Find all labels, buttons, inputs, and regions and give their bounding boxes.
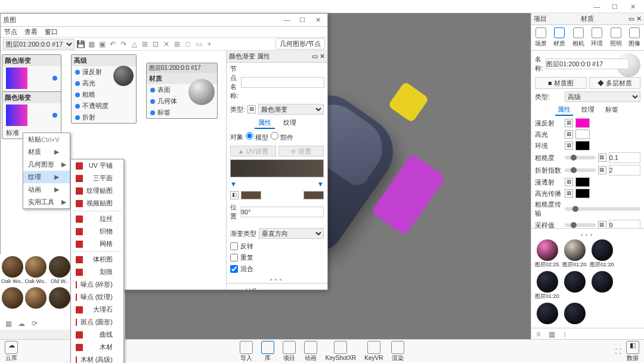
bottom-tab[interactable]: 渲染: [391, 341, 404, 362]
panel-tab[interactable]: 照明: [606, 27, 626, 48]
tool-icon[interactable]: +: [205, 39, 214, 49]
link-icon[interactable]: ▦: [247, 105, 256, 113]
undo-icon[interactable]: ↶: [108, 39, 117, 49]
library-item[interactable]: Oak Wo..: [1, 256, 24, 287]
tool-icon[interactable]: ⊡: [151, 39, 160, 49]
tab-props[interactable]: 属性: [255, 118, 275, 129]
material-sphere[interactable]: 图层02:25..: [535, 239, 560, 269]
close-button[interactable]: ✕: [624, 1, 642, 13]
multilayer-button[interactable]: ◆ 多层材质: [589, 77, 641, 89]
submenu-item[interactable]: 织物: [71, 225, 123, 238]
submenu-item[interactable]: 曲线: [71, 328, 123, 341]
value-input[interactable]: [609, 152, 641, 163]
tool-icon[interactable]: ⊞: [140, 39, 150, 49]
type-select[interactable]: 颜色渐变: [258, 104, 324, 115]
submenu-item[interactable]: 三平面: [71, 172, 123, 184]
minimize-icon[interactable]: —: [280, 16, 294, 24]
menu-item[interactable]: 动画▶: [23, 183, 70, 196]
menu-view[interactable]: 查看: [24, 27, 38, 36]
tool-icon[interactable]: □: [183, 39, 193, 49]
tool-icon[interactable]: ⊞: [172, 39, 182, 49]
subtab-label[interactable]: 标签: [603, 104, 621, 116]
submenu-item[interactable]: 斑点 (圆形): [71, 316, 123, 328]
material-sphere[interactable]: [562, 303, 587, 324]
bottom-tab[interactable]: 库: [261, 341, 274, 362]
maximize-button[interactable]: ☐: [606, 1, 624, 13]
nodename-input[interactable]: [241, 77, 324, 88]
chk-repeat[interactable]: 重复: [227, 252, 327, 263]
library-item[interactable]: [25, 287, 48, 318]
color-swatch[interactable]: [575, 130, 590, 139]
submenu-item[interactable]: 拉丝: [71, 213, 123, 225]
geom-node-button[interactable]: 几何图形/节点: [275, 38, 325, 50]
undock-icon[interactable]: ▭: [628, 15, 634, 22]
gradient-preview[interactable]: [230, 159, 324, 177]
tool-icon[interactable]: △: [129, 39, 139, 49]
material-graph-button[interactable]: ■ 材质图: [535, 77, 587, 89]
bottom-tab[interactable]: KeyShotXR: [326, 341, 357, 362]
close-icon[interactable]: ✕: [311, 16, 325, 24]
close-icon[interactable]: ✕: [636, 15, 642, 22]
uv-settings-button[interactable]: ▲ UV设置: [230, 146, 276, 156]
node-material[interactable]: 图层01:200:0:0 #17 材质 表面 几何体 标签: [146, 63, 218, 119]
cloud-library-button[interactable]: ☁云库: [5, 341, 18, 362]
tool-icon[interactable]: ▭: [194, 39, 203, 49]
menu-item[interactable]: 几何图形▶: [23, 158, 70, 171]
name-input[interactable]: [546, 59, 629, 69]
tab-texture[interactable]: 纹理: [280, 118, 300, 129]
slider[interactable]: [565, 156, 596, 159]
menu-item[interactable]: 粘贴Ctrl+V: [23, 133, 70, 146]
material-sphere[interactable]: [535, 303, 560, 324]
library-item[interactable]: Oak Wo..: [25, 256, 48, 287]
grid-icon[interactable]: ▦: [547, 330, 556, 339]
menu-item[interactable]: 实用工具▶: [23, 196, 70, 208]
submenu-item[interactable]: 木材 (高级): [71, 353, 123, 363]
maximize-icon[interactable]: ☐: [295, 16, 309, 24]
subtab-texture[interactable]: 纹理: [579, 104, 597, 116]
redo-icon[interactable]: ↷: [119, 39, 128, 49]
bottom-tab[interactable]: KeyVR: [364, 341, 383, 362]
value-input[interactable]: [609, 220, 641, 228]
material-sphere[interactable]: 图层01:20..: [590, 239, 615, 269]
gradtype-select[interactable]: 垂直方向: [259, 228, 324, 239]
link-icon[interactable]: ◧: [230, 191, 239, 199]
panel-tab[interactable]: 场景: [531, 27, 550, 48]
submenu-item[interactable]: UV 平铺: [71, 159, 123, 172]
sort-icon[interactable]: ↕: [560, 330, 569, 339]
panel-tab[interactable]: 材质: [550, 27, 569, 48]
cloud-icon[interactable]: ☁: [17, 319, 26, 328]
submenu-item[interactable]: 视频贴图: [71, 197, 123, 210]
tool-icon[interactable]: ▣: [97, 39, 107, 49]
radio-model[interactable]: 模型: [246, 132, 268, 142]
color-swatch[interactable]: [241, 191, 261, 199]
panel-tab[interactable]: 图像: [626, 27, 645, 48]
color-swatch[interactable]: [575, 189, 590, 198]
material-sphere[interactable]: [562, 271, 587, 300]
submenu-item[interactable]: 木材: [71, 341, 123, 353]
material-tree[interactable]: — 材质 — ▦ 高级 (表面) 颜色渐变 (漫反射) 颜色渐变 (高光): [227, 283, 327, 290]
subtab-props[interactable]: 属性: [555, 104, 573, 116]
menu-window[interactable]: 窗口: [45, 27, 58, 36]
minimize-button[interactable]: —: [588, 1, 606, 13]
submenu-item[interactable]: 划痕: [71, 266, 123, 278]
type-select[interactable]: 高级: [565, 91, 640, 102]
submenu-item[interactable]: 纹理贴图: [71, 184, 123, 197]
bottom-tab[interactable]: 项目: [283, 341, 296, 362]
color-swatch[interactable]: [575, 118, 590, 128]
library-item[interactable]: [1, 287, 24, 318]
chk-invert[interactable]: 反转: [227, 241, 327, 252]
color-swatch[interactable]: [304, 191, 324, 199]
material-sphere[interactable]: 图层01:20..: [562, 239, 587, 269]
radio-part[interactable]: 部件: [271, 132, 293, 142]
node-gradient2[interactable]: 颜色渐变 标准: [2, 91, 61, 139]
menu-node[interactable]: 节点: [4, 27, 17, 36]
grid-icon[interactable]: ▦: [4, 319, 13, 328]
slider[interactable]: [565, 223, 596, 227]
color-swatch[interactable]: [575, 141, 590, 150]
slider[interactable]: [565, 207, 640, 211]
refresh-icon[interactable]: ⟳: [30, 319, 39, 328]
save-icon[interactable]: 💾: [76, 39, 85, 49]
submenu-item[interactable]: 噪点 (碎形): [71, 278, 123, 291]
tool-icon[interactable]: ✕: [162, 39, 171, 49]
color-swatch[interactable]: [575, 177, 590, 187]
